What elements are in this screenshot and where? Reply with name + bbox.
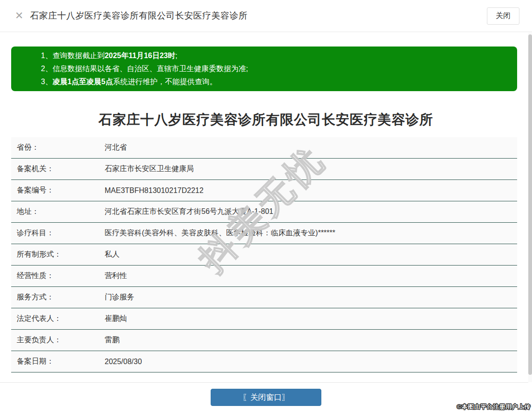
notice-bold-text: 2025年11月16日23时 (105, 52, 175, 60)
table-row-province: 省份： 河北省 (11, 137, 517, 159)
row-label: 诊疗科目： (11, 228, 105, 238)
notice-text: ; (175, 52, 177, 60)
row-value: 医疗美容科(美容外科、美容皮肤科、医学检验科：临床血液专业)****** (105, 228, 517, 238)
notice-num: 2、 (41, 65, 53, 73)
close-button[interactable]: 关闭 (487, 7, 519, 25)
notice-line-2: 2、信息数据结果以各省、自治区、直辖市卫生健康委数据为准; (41, 62, 508, 75)
row-value: 营利性 (105, 271, 517, 281)
topbar: ✕ 石家庄十八岁医疗美容诊所有限公司长安医疗美容诊所 关闭 (0, 0, 532, 32)
page-title: 石家庄十八岁医疗美容诊所有限公司长安医疗美容诊所 (0, 111, 532, 129)
row-value: MAE3TBFH813010217D2212 (105, 186, 517, 195)
notice-line-1: 1、查询数据截止到2025年11月16日23时; (41, 49, 508, 62)
table-row-business-nature: 经营性质： 营利性 (11, 266, 517, 287)
row-label: 省份： (11, 143, 105, 153)
table-row-medical-subjects: 诊疗科目： 医疗美容科(美容外科、美容皮肤科、医学检验科：临床血液专业)****… (11, 223, 517, 244)
row-value: 河北省 (105, 143, 517, 153)
notice-text: 信息数据结果以各省、自治区、直辖市卫生健康委数据为准; (53, 65, 248, 73)
row-label: 备案机关： (11, 164, 105, 174)
table-row-registration-date: 备案日期： 2025/08/30 (11, 351, 517, 372)
row-value: 石家庄市长安区卫生健康局 (105, 164, 517, 174)
table-row-legal-representative: 法定代表人： 崔鹏灿 (11, 308, 517, 330)
notice-num: 1、 (41, 52, 53, 60)
scrollbar-track[interactable] (528, 33, 532, 382)
row-value: 崔鹏灿 (105, 314, 517, 324)
scrollbar-thumb[interactable] (528, 34, 532, 375)
row-label: 备案日期： (11, 357, 105, 366)
row-value: 雷鹏 (105, 335, 517, 345)
row-label: 所有制形式： (11, 250, 105, 259)
footer: 〖关闭窗口〗 (0, 383, 532, 412)
notice-bold-text: 凌晨1点至凌晨5点 (53, 78, 113, 86)
row-value: 河北省石家庄市长安区育才街56号九派大厦A-1-801 (105, 207, 517, 217)
row-label: 服务方式： (11, 292, 105, 302)
row-value: 门诊服务 (105, 292, 517, 302)
window-title: 石家庄十八岁医疗美容诊所有限公司长安医疗美容诊所 (30, 10, 247, 22)
notice-line-3: 3、凌晨1点至凌晨5点系统进行维护，不能提供查询。 (41, 75, 508, 88)
table-row-address: 地址： 河北省石家庄市长安区育才街56号九派大厦A-1-801 (11, 201, 517, 223)
table-row-registration-authority: 备案机关： 石家庄市长安区卫生健康局 (11, 159, 517, 180)
close-window-button[interactable]: 〖关闭窗口〗 (211, 389, 321, 406)
row-label: 地址： (11, 207, 105, 217)
row-value: 2025/08/30 (105, 358, 517, 366)
notice-text: 查询数据截止到 (53, 52, 105, 60)
notice-box: 1、查询数据截止到2025年11月16日23时; 2、信息数据结果以各省、自治区… (11, 47, 517, 91)
table-row-service-mode: 服务方式： 门诊服务 (11, 287, 517, 308)
close-x-icon[interactable]: ✕ (15, 11, 23, 21)
row-label: 备案编号： (11, 186, 105, 195)
row-label: 法定代表人： (11, 314, 105, 324)
info-table: 省份： 河北省 备案机关： 石家庄市长安区卫生健康局 备案编号： MAE3TBF… (11, 137, 517, 372)
table-row-ownership-type: 所有制形式： 私人 (11, 244, 517, 266)
row-label: 主要负责人： (11, 335, 105, 345)
table-row-registration-number: 备案编号： MAE3TBFH813010217D2212 (11, 180, 517, 201)
row-value: 私人 (105, 250, 517, 259)
table-row-main-responsible-person: 主要负责人： 雷鹏 (11, 330, 517, 351)
copyright-watermark: ©本图由平台注册用户上传 (457, 403, 531, 411)
notice-text: 系统进行维护，不能提供查询。 (113, 78, 217, 86)
row-label: 经营性质： (11, 271, 105, 281)
notice-num: 3、 (41, 78, 53, 86)
